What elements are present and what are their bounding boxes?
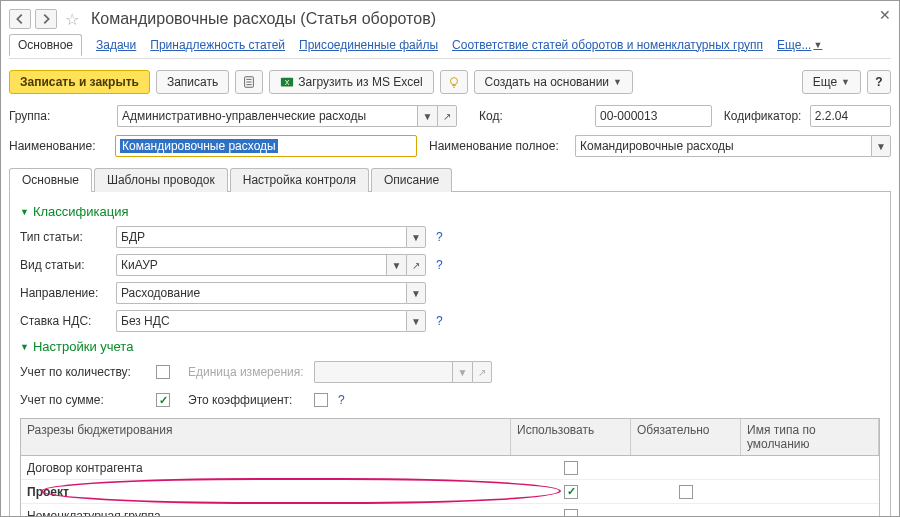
label-unit: Единица измерения:: [188, 365, 308, 379]
svg-text:X: X: [285, 79, 290, 86]
label-name: Наименование:: [9, 139, 109, 153]
chevron-down-icon: ▼: [20, 207, 29, 217]
page-title: Командировочные расходы (Статья оборотов…: [91, 10, 436, 28]
col-use: Использовать: [511, 419, 631, 455]
section-accounting[interactable]: ▼ Настройки учета: [20, 339, 880, 354]
col-default-type: Имя типа по умолчанию: [741, 419, 879, 455]
help-vat-icon[interactable]: ?: [436, 314, 443, 328]
group-open-icon[interactable]: ↗: [437, 105, 457, 127]
nav-link-attachments[interactable]: Присоединенные файлы: [299, 38, 438, 52]
tab-templates[interactable]: Шаблоны проводок: [94, 168, 228, 192]
nav-link-tasks[interactable]: Задачи: [96, 38, 136, 52]
table-row[interactable]: Номенклатурная группа: [21, 504, 879, 517]
group-input[interactable]: Административно-управленческие расходы: [117, 105, 417, 127]
section-classification[interactable]: ▼ Классификация: [20, 204, 880, 219]
label-direction: Направление:: [20, 286, 110, 300]
article-type-input[interactable]: БДР: [116, 226, 406, 248]
col-dimensions: Разрезы бюджетирования: [21, 419, 511, 455]
chevron-down-icon: ▼: [20, 342, 29, 352]
sum-accounting-checkbox[interactable]: ✓: [156, 393, 170, 407]
more-actions-button[interactable]: Еще▼: [802, 70, 861, 94]
hint-icon-button[interactable]: [440, 70, 468, 94]
label-code: Код:: [479, 109, 509, 123]
coefficient-checkbox[interactable]: [314, 393, 328, 407]
load-from-excel-button[interactable]: X Загрузить из MS Excel: [269, 70, 433, 94]
direction-input[interactable]: Расходование: [116, 282, 406, 304]
save-button[interactable]: Записать: [156, 70, 229, 94]
report-icon-button[interactable]: [235, 70, 263, 94]
close-icon[interactable]: ✕: [879, 7, 891, 23]
budget-dimensions-table: Разрезы бюджетирования Использовать Обяз…: [20, 418, 880, 517]
help-kind-icon[interactable]: ?: [436, 258, 443, 272]
article-kind-input[interactable]: КиАУР: [116, 254, 386, 276]
save-and-close-button[interactable]: Записать и закрыть: [9, 70, 150, 94]
label-qty-accounting: Учет по количеству:: [20, 365, 150, 379]
label-article-kind: Вид статьи:: [20, 258, 110, 272]
unit-open-icon: ↗: [472, 361, 492, 383]
col-required: Обязательно: [631, 419, 741, 455]
help-button[interactable]: ?: [867, 70, 891, 94]
codificator-input[interactable]: 2.2.04: [810, 105, 891, 127]
article-type-dropdown-icon[interactable]: ▼: [406, 226, 426, 248]
help-coef-icon[interactable]: ?: [338, 393, 345, 407]
qty-accounting-checkbox[interactable]: [156, 365, 170, 379]
create-based-on-button[interactable]: Создать на основании▼: [474, 70, 633, 94]
nav-link-correspondence[interactable]: Соответствие статей оборотов и номенклат…: [452, 38, 763, 52]
table-row[interactable]: Договор контрагента: [21, 456, 879, 480]
unit-dropdown-icon: ▼: [452, 361, 472, 383]
use-checkbox[interactable]: [564, 509, 578, 518]
article-kind-open-icon[interactable]: ↗: [406, 254, 426, 276]
tab-description[interactable]: Описание: [371, 168, 452, 192]
required-checkbox[interactable]: [679, 485, 693, 499]
fullname-dropdown-icon[interactable]: ▼: [871, 135, 891, 157]
code-input[interactable]: 00-000013: [595, 105, 712, 127]
label-fullname: Наименование полное:: [429, 139, 569, 153]
label-vat-rate: Ставка НДС:: [20, 314, 110, 328]
nav-forward-button[interactable]: [35, 9, 57, 29]
label-codificator: Кодификатор:: [724, 109, 804, 123]
direction-dropdown-icon[interactable]: ▼: [406, 282, 426, 304]
unit-input: [314, 361, 452, 383]
label-sum-accounting: Учет по сумме:: [20, 393, 150, 407]
nav-tab-main[interactable]: Основное: [9, 34, 82, 56]
table-row[interactable]: Проект ✓: [21, 480, 879, 504]
tab-main[interactable]: Основные: [9, 168, 92, 192]
svg-point-6: [450, 78, 457, 85]
vat-rate-input[interactable]: Без НДС: [116, 310, 406, 332]
group-dropdown-icon[interactable]: ▼: [417, 105, 437, 127]
label-article-type: Тип статьи:: [20, 230, 110, 244]
nav-link-more[interactable]: Еще...▼: [777, 38, 822, 52]
help-type-icon[interactable]: ?: [436, 230, 443, 244]
article-kind-dropdown-icon[interactable]: ▼: [386, 254, 406, 276]
name-input[interactable]: Командировочные расходы: [115, 135, 417, 157]
use-checkbox[interactable]: [564, 461, 578, 475]
use-checkbox[interactable]: ✓: [564, 485, 578, 499]
nav-link-affiliation[interactable]: Принадлежность статей: [150, 38, 285, 52]
label-group: Группа:: [9, 109, 55, 123]
favorite-star-icon[interactable]: ☆: [61, 8, 83, 30]
fullname-input[interactable]: Командировочные расходы: [575, 135, 871, 157]
tab-control[interactable]: Настройка контроля: [230, 168, 369, 192]
vat-rate-dropdown-icon[interactable]: ▼: [406, 310, 426, 332]
label-coefficient: Это коэффициент:: [188, 393, 308, 407]
nav-back-button[interactable]: [9, 9, 31, 29]
